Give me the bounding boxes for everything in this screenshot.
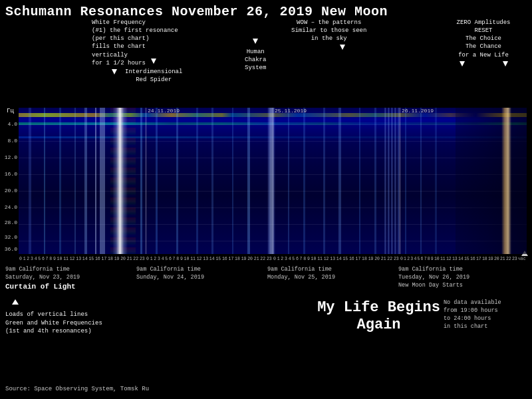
arrow-down-wow	[340, 45, 345, 50]
annotation-zero-amp: ZERO AmplitudesRESETThe ChoiceThe Chance…	[440, 19, 527, 66]
time-label-3: 9am California time	[267, 266, 332, 273]
no-data-text: No data available from 19:00 hours to 24…	[444, 299, 527, 331]
full-layout: Schumann Resonances November 26, 2019 Ne…	[0, 0, 532, 399]
new-moon-label: New Moon Day Starts	[398, 282, 463, 289]
source-text: Source: Space Observing System, Tomsk Ru	[5, 386, 149, 392]
bottom-left-annotation: Loads of vertical lines Green and White …	[5, 296, 102, 336]
segment-line-3: 26.11.2019	[400, 108, 400, 254]
curtain-of-light: Curtain of Light	[5, 283, 76, 291]
date-label-1: Saturday, Nov 23, 2019	[5, 274, 80, 281]
time-label-4: 9am California time	[398, 266, 463, 273]
wow-text: WOW – the patternsSimilar to those seeni…	[291, 19, 366, 42]
x-axis: 01234567891011121314151617181920212223 0…	[19, 254, 527, 264]
annotation-chakra: HumanChakraSystem	[245, 39, 266, 72]
arrow-down-spider	[151, 59, 156, 64]
arrow-down-white	[112, 69, 117, 74]
chakra-text: HumanChakraSystem	[245, 49, 266, 71]
annotation-wow: WOW – the patternsSimilar to those seeni…	[291, 19, 366, 53]
vertical-lines-text: Loads of vertical lines Green and White …	[5, 311, 102, 336]
date-label-3: Monday, Nov 25, 2019	[267, 274, 335, 281]
page-title: Schumann Resonances November 26, 2019 Ne…	[0, 0, 532, 21]
my-life-text: My Life BeginsAgain	[317, 299, 440, 334]
time-label-2: 9am California time	[136, 266, 201, 273]
red-spider-text: InterdimensionalRed Spider	[125, 68, 182, 83]
spectrogram-image: 24.11.2019 25.11.2019 26.11.2019	[19, 108, 527, 254]
arrow-down-zero2	[503, 61, 508, 66]
y-axis-label: Гц 4.0 8.0 12.0 16.0 20.0 24.0 28.0 32.0…	[5, 108, 19, 261]
annotation-red-spider: InterdimensionalRed Spider	[125, 59, 182, 84]
time-label-1: 9am California time	[5, 266, 70, 273]
date-label-4: Tuesday, Nov 26, 2019	[398, 274, 469, 281]
arrow-down-zero1	[460, 61, 465, 66]
segment-line-2: 25.11.2019	[273, 108, 273, 254]
zero-amp-text: ZERO AmplitudesRESETThe ChoiceThe Chance…	[456, 19, 510, 59]
bottom-section: 9am California time Saturday, Nov 23, 20…	[5, 266, 527, 396]
arrow-down-chakra	[253, 39, 258, 44]
arrow-up-bottom	[12, 299, 19, 305]
segment-line-1: 24.11.2019	[146, 108, 146, 254]
spectrogram-chart: Гц 4.0 8.0 12.0 16.0 20.0 24.0 28.0 32.0…	[5, 108, 527, 261]
date-label-2: Sunday, Nov 24, 2019	[136, 274, 204, 281]
